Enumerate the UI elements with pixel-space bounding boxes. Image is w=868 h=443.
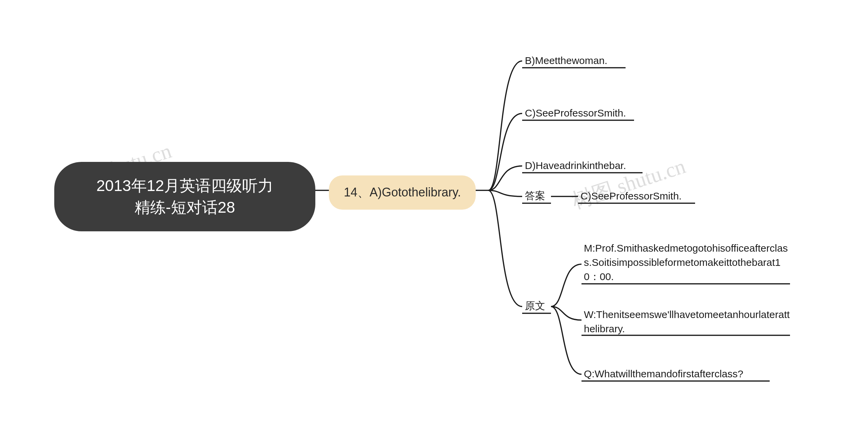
mindmap-canvas: shutu.cn 树图 shutu.cn <box>0 0 868 443</box>
answer-label[interactable]: 答案 <box>525 189 545 203</box>
root-line1: 2013年12月英语四级听力 <box>75 175 295 196</box>
option-c[interactable]: C)SeeProfessorSmith. <box>525 106 626 120</box>
source-q[interactable]: Q:Whatwillthemandofirstafterclass? <box>584 367 743 381</box>
root-line2: 精练-短对话28 <box>75 196 295 218</box>
option-d[interactable]: D)Haveadrinkinthebar. <box>525 159 626 173</box>
option-b[interactable]: B)Meetthewoman. <box>525 54 607 68</box>
secondary-label: 14、A)Gotothelibrary. <box>344 185 461 199</box>
answer-value[interactable]: C)SeeProfessorSmith. <box>580 189 682 203</box>
source-label[interactable]: 原文 <box>525 299 545 313</box>
source-w[interactable]: W:Thenitseemswe'llhavetomeetanhourlatera… <box>584 308 794 336</box>
root-node[interactable]: 2013年12月英语四级听力 精练-短对话28 <box>54 162 315 231</box>
source-m[interactable]: M:Prof.Smithaskedmetogotohisofficeafterc… <box>584 241 794 284</box>
secondary-node[interactable]: 14、A)Gotothelibrary. <box>329 175 476 210</box>
